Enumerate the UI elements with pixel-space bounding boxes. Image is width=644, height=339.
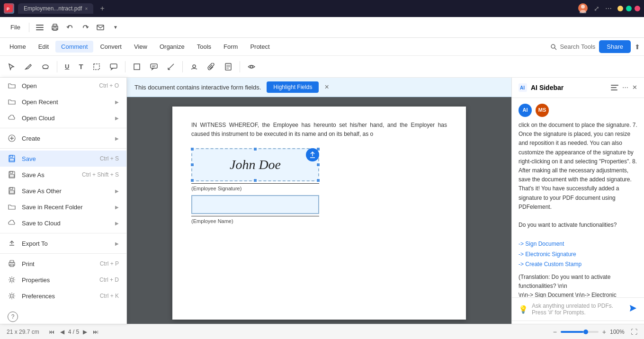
menu-separator-1 xyxy=(0,128,126,128)
zoom-slider[interactable] xyxy=(561,331,599,333)
tool-comment[interactable] xyxy=(146,61,161,73)
page-navigation: ⏮ ◀ 4 / 5 ▶ ⏭ xyxy=(47,328,100,336)
resize-handle-r[interactable] xyxy=(316,163,320,167)
search-tools-btn[interactable]: Search Tools xyxy=(550,43,595,50)
zoom-thumb[interactable] xyxy=(583,330,588,334)
tool-underline[interactable]: U xyxy=(61,61,73,72)
banner-close-btn[interactable]: × xyxy=(324,83,329,91)
resize-handle-tl[interactable] xyxy=(190,147,194,151)
next-page-btn[interactable]: ▶ xyxy=(81,328,89,336)
first-page-btn[interactable]: ⏮ xyxy=(47,328,56,336)
menu-item-preferences[interactable]: Preferences Ctrl + K xyxy=(0,288,126,304)
app-tab[interactable]: Employmen...ntract.pdf × xyxy=(18,3,93,14)
menu-item-open[interactable]: Open Ctrl + O xyxy=(0,78,126,94)
highlight-fields-btn[interactable]: Highlight Fields xyxy=(267,81,319,93)
menu-edit[interactable]: Edit xyxy=(33,41,54,53)
window-controls xyxy=(617,6,640,11)
tool-select[interactable] xyxy=(4,61,19,73)
tool-pencil[interactable] xyxy=(21,61,36,73)
svg-rect-6 xyxy=(36,27,44,28)
ai-translation-text: (Translation: Do you want to activate fu… xyxy=(519,273,637,291)
ai-link-sign[interactable]: -> Sign Document xyxy=(519,240,637,249)
employee-name-box[interactable] xyxy=(191,195,319,214)
ai-list-icon[interactable] xyxy=(611,84,618,91)
last-page-btn[interactable]: ⏭ xyxy=(91,328,100,336)
maximize-btn[interactable] xyxy=(626,6,632,11)
tool-text[interactable]: T xyxy=(75,60,87,73)
ai-more-icon[interactable]: ⋯ xyxy=(622,84,628,91)
redo-btn[interactable] xyxy=(79,21,92,34)
update-icon[interactable]: ⬆ xyxy=(635,43,640,51)
tool-eye[interactable] xyxy=(244,61,259,73)
menu-item-open-recent[interactable]: Open Recent ▶ xyxy=(0,94,126,110)
ai-sidebar: AI AI Sidebar ⋯ ✕ AI MS click on the doc… xyxy=(511,78,644,339)
resize-handle-br[interactable] xyxy=(316,178,320,182)
fullscreen-btn[interactable]: ⛶ xyxy=(631,328,637,336)
ai-close-icon[interactable]: ✕ xyxy=(632,84,637,91)
prev-page-btn[interactable]: ◀ xyxy=(58,328,66,336)
tool-highlighter[interactable] xyxy=(38,61,53,73)
menu-item-open-cloud[interactable]: Open Cloud ▶ xyxy=(0,110,126,126)
menu-item-export[interactable]: Export To ▶ xyxy=(0,235,126,251)
menu-convert[interactable]: Convert xyxy=(94,41,127,53)
menu-item-properties[interactable]: Properties Ctrl + D xyxy=(0,272,126,288)
share-btn[interactable]: Share xyxy=(599,40,631,53)
search-tools-label: Search Tools xyxy=(560,43,595,50)
menu-protect[interactable]: Protect xyxy=(244,41,275,53)
more-icon[interactable]: ⋯ xyxy=(605,5,612,12)
menu-item-save-recent-folder[interactable]: Save in Recent Folder ▶ xyxy=(0,199,126,215)
zoom-out-btn[interactable]: − xyxy=(553,328,557,336)
menu-organize[interactable]: Organize xyxy=(154,41,190,53)
zoom-in-btn[interactable]: + xyxy=(602,328,606,336)
signature-box[interactable]: John Doe xyxy=(191,148,319,181)
menu-item-save-as-other[interactable]: Save As Other ▶ xyxy=(0,183,126,199)
tool-stamp[interactable] xyxy=(187,61,202,73)
file-menu-btn[interactable]: File xyxy=(6,22,25,33)
menu-item-create[interactable]: Create ▶ xyxy=(0,130,126,146)
svg-rect-5 xyxy=(36,25,44,26)
resize-handle-bl[interactable] xyxy=(190,178,194,182)
menu-bar-right: Search Tools Share ⬆ xyxy=(550,40,640,53)
ai-link-stamp[interactable]: -> Create Custom Stamp xyxy=(519,260,637,269)
menu-form[interactable]: Form xyxy=(218,41,243,53)
menu-item-save[interactable]: Save Ctrl + S xyxy=(0,151,126,167)
resize-handle-t[interactable] xyxy=(253,147,257,151)
ai-sidebar-header: AI AI Sidebar ⋯ ✕ xyxy=(512,78,644,98)
tool-attach[interactable] xyxy=(204,61,219,73)
title-bar: P Employmen...ntract.pdf × + ⤢ ⋯ xyxy=(0,0,644,17)
tool-callout[interactable] xyxy=(106,61,121,73)
ai-body-text: click on the document to place the signa… xyxy=(519,121,637,212)
menu-tools[interactable]: Tools xyxy=(191,41,217,53)
tool-area-select[interactable] xyxy=(89,61,104,73)
form-fields-banner: This document contains interactive form … xyxy=(127,78,511,97)
document-dimensions: 21 x 29.7 cm xyxy=(7,329,39,335)
resize-handle-l[interactable] xyxy=(190,163,194,167)
tool-measure[interactable] xyxy=(163,61,179,73)
resize-handle-b[interactable] xyxy=(253,178,257,182)
menu-home[interactable]: Home xyxy=(4,41,32,53)
email-btn[interactable] xyxy=(94,21,107,34)
menu-item-save-cloud[interactable]: Save to Cloud ▶ xyxy=(0,215,126,231)
tool-shapes[interactable] xyxy=(129,61,144,73)
menu-view[interactable]: View xyxy=(128,41,153,53)
print-icon-btn[interactable] xyxy=(48,21,62,34)
profile-icon[interactable] xyxy=(578,3,588,15)
tool-note[interactable] xyxy=(221,61,236,73)
expand-icon[interactable]: ⤢ xyxy=(594,5,599,12)
ai-send-icon[interactable] xyxy=(629,304,637,314)
toolbar-sep-2 xyxy=(125,61,125,72)
dropdown-arrow-btn[interactable]: ▼ xyxy=(109,21,122,34)
ai-bulb-icon: 💡 xyxy=(519,305,528,314)
undo-btn[interactable] xyxy=(63,21,77,34)
properties-icon xyxy=(8,276,16,284)
menu-icon-btn[interactable] xyxy=(33,21,46,34)
close-btn[interactable] xyxy=(635,6,640,11)
minimize-btn[interactable] xyxy=(617,6,623,11)
menu-item-save-as[interactable]: Save As Ctrl + Shift + S xyxy=(0,167,126,183)
help-icon[interactable]: ? xyxy=(8,312,18,322)
new-tab-btn[interactable]: + xyxy=(97,3,107,14)
menu-comment[interactable]: Comment xyxy=(55,41,93,53)
ai-link-esig[interactable]: -> Electronic Signature xyxy=(519,250,637,259)
tab-close-btn[interactable]: × xyxy=(85,6,88,11)
menu-item-print[interactable]: Print Ctrl + P xyxy=(0,256,126,272)
